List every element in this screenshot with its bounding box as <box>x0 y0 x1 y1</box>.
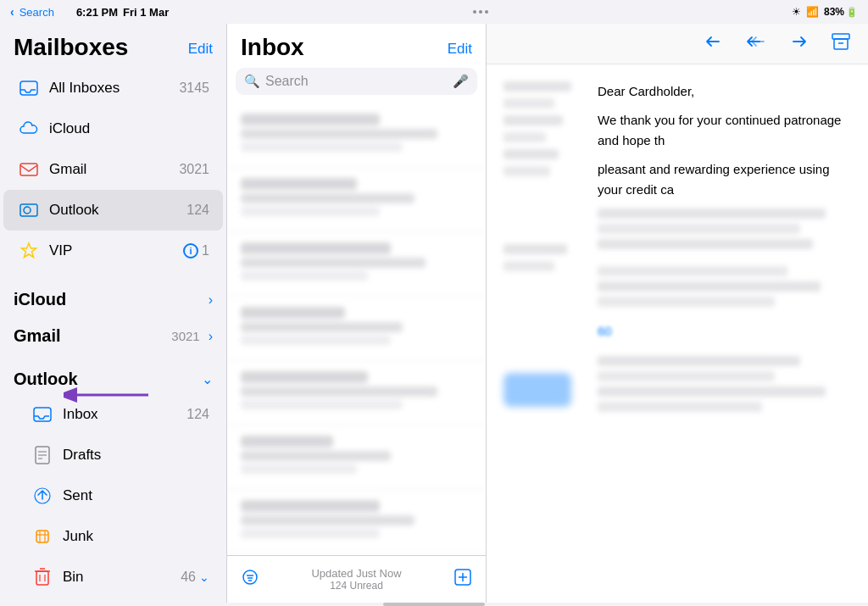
email-item-1[interactable] <box>227 103 486 168</box>
battery-icon: 🔋 <box>846 7 858 18</box>
sidebar-item-outlook-label: Outlook <box>49 202 186 219</box>
inbox-sub-icon <box>31 403 54 426</box>
forward-toolbar-button[interactable] <box>788 32 810 55</box>
battery-percent: 83% <box>824 6 844 18</box>
sidebar-item-gmail[interactable]: Gmail 3021 <box>3 149 223 190</box>
sidebar-item-outlook[interactable]: Outlook 124 <box>3 190 223 231</box>
drafts-icon <box>31 443 54 467</box>
sidebar-item-vip-count: 1 <box>202 243 209 259</box>
back-label[interactable]: Search <box>19 6 54 19</box>
star-icon <box>17 239 41 263</box>
back-arrow-icon[interactable]: ‹ <box>10 5 14 19</box>
outlook-icon <box>17 198 41 222</box>
icloud-section-title: iCloud <box>14 290 66 309</box>
svg-point-20 <box>243 570 257 584</box>
search-icon: 🔍 <box>244 74 260 89</box>
sidebar-item-all-inboxes-label: All Inboxes <box>49 80 179 97</box>
sidebar-item-inbox-sub-label: Inbox <box>63 406 186 423</box>
status-time: 6:21 PM <box>76 6 118 19</box>
mic-icon[interactable]: 🎤 <box>453 74 469 89</box>
email-left-column <box>504 81 584 412</box>
sidebar-item-bin-sub-label: Bin <box>63 569 181 586</box>
gmail-section-header[interactable]: Gmail 3021 › <box>0 314 226 351</box>
outlook-chevron-icon: ⌄ <box>202 371 213 387</box>
email-link-text: 60 <box>598 324 851 339</box>
sidebar-item-junk-sub-label: Junk <box>63 528 209 545</box>
home-indicator-area <box>0 603 868 606</box>
sidebar-item-inbox-sub-count: 124 <box>186 407 209 422</box>
sidebar-item-gmail-label: Gmail <box>49 161 179 178</box>
sidebar-item-drafts-sub[interactable]: Drafts <box>3 435 223 475</box>
sidebar-item-vip[interactable]: VIP i 1 <box>3 231 223 271</box>
inbox-panel: Inbox Edit 🔍 Search 🎤 <box>227 24 487 603</box>
outlook-section-title: Outlook <box>14 370 78 389</box>
sidebar-edit-button[interactable]: Edit <box>188 41 213 58</box>
archive-toolbar-button[interactable] <box>831 32 851 55</box>
sidebar-item-sent-sub[interactable]: Sent <box>3 475 223 516</box>
sent-icon <box>31 484 54 508</box>
outlook-section-header[interactable]: Outlook ⌄ <box>0 358 226 394</box>
sidebar-item-all-inboxes-count: 3145 <box>179 81 209 96</box>
reply-all-toolbar-button[interactable] <box>744 32 768 55</box>
sidebar-item-inbox-sub[interactable]: Inbox 124 <box>3 394 223 435</box>
sidebar-item-junk-sub[interactable]: Junk <box>3 516 223 557</box>
vip-info-icon: i <box>183 243 198 259</box>
icloud-icon <box>17 117 41 141</box>
sidebar-title: Mailboxes <box>14 34 128 61</box>
status-bar-left: ‹ Search 6:21 PM Fri 1 Mar <box>10 5 169 19</box>
main-area: Mailboxes Edit All Inboxes 3145 iCloud <box>0 24 868 603</box>
inbox-unread-count: 124 Unread <box>330 580 383 592</box>
email-greeting: Dear Cardholder, <box>598 81 851 102</box>
svg-rect-2 <box>20 204 37 216</box>
email-body-line1: We thank you for your continued patronag… <box>598 110 851 151</box>
junk-icon <box>31 525 54 548</box>
gmail-section-count: 3021 <box>171 329 199 343</box>
bin-chevron-icon: ⌄ <box>199 570 209 584</box>
email-blurred-footer <box>598 356 851 412</box>
email-body-line2: pleasant and rewarding experience using … <box>598 159 851 200</box>
svg-rect-28 <box>834 39 848 49</box>
sidebar-item-bin-sub-count: 46 <box>181 570 196 585</box>
email-toolbar <box>487 24 868 64</box>
svg-rect-27 <box>832 34 849 39</box>
gmail-icon <box>17 158 41 181</box>
email-blurred-content <box>598 208 851 307</box>
email-body-columns: Dear Cardholder, We thank you for your c… <box>504 81 851 412</box>
sidebar-item-icloud-label: iCloud <box>49 120 209 137</box>
sidebar-item-bin-sub[interactable]: Bin 46 ⌄ <box>3 557 223 598</box>
svg-rect-14 <box>36 571 48 585</box>
filter-button[interactable] <box>241 570 259 589</box>
sidebar-header: Mailboxes Edit <box>0 24 226 68</box>
email-item-5[interactable] <box>227 361 486 425</box>
inbox-status: Updated Just Now 124 Unread <box>311 567 401 592</box>
sidebar-item-gmail-count: 3021 <box>179 162 209 177</box>
email-item-7[interactable] <box>227 490 486 554</box>
brightness-icon: ☀ <box>792 6 801 18</box>
sidebar-item-sent-sub-label: Sent <box>63 487 209 504</box>
sidebar-item-vip-label: VIP <box>49 242 183 259</box>
battery-indicator: 83% 🔋 <box>824 6 858 18</box>
sidebar-item-all-inboxes[interactable]: All Inboxes 3145 <box>3 68 223 108</box>
sidebar-item-drafts-sub-label: Drafts <box>63 447 209 464</box>
status-bar-right: ☀ 📶 83% 🔋 <box>792 6 858 18</box>
inbox-updated-text: Updated Just Now <box>311 567 401 580</box>
search-bar[interactable]: 🔍 Search 🎤 <box>236 68 477 95</box>
inbox-icon <box>17 76 41 100</box>
email-item-6[interactable] <box>227 425 486 490</box>
email-list <box>227 103 486 555</box>
back-toolbar-button[interactable] <box>702 32 724 55</box>
gmail-chevron-icon: › <box>209 329 213 344</box>
icloud-section-header[interactable]: iCloud › <box>0 278 226 314</box>
sidebar-item-icloud[interactable]: iCloud <box>3 108 223 149</box>
inbox-panel-title: Inbox <box>241 34 304 61</box>
inbox-edit-button[interactable]: Edit <box>448 41 472 58</box>
inbox-panel-header: Inbox Edit <box>227 24 486 68</box>
email-item-4[interactable] <box>227 297 486 361</box>
svg-rect-3 <box>24 207 31 214</box>
compose-button[interactable] <box>453 568 472 591</box>
email-content-panel: Dear Cardholder, We thank you for your c… <box>487 24 868 603</box>
email-item-2[interactable] <box>227 168 486 232</box>
home-indicator <box>383 603 485 606</box>
search-placeholder[interactable]: Search <box>265 74 448 89</box>
email-item-3[interactable] <box>227 232 486 297</box>
